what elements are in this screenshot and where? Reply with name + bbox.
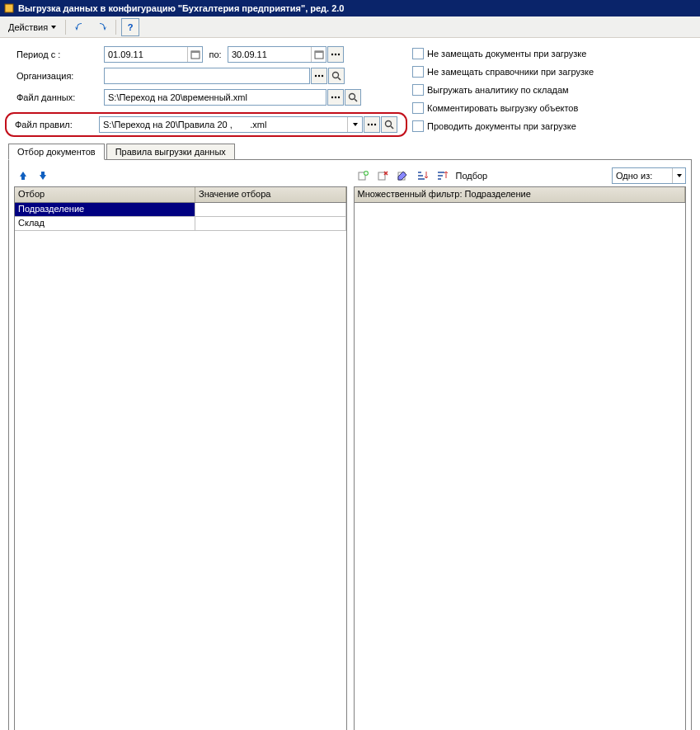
tab-strip: Отбор документов Правила выгрузки данных <box>8 142 692 160</box>
multi-filter-grid[interactable]: Множественный фильтр: Подразделение <box>354 186 687 730</box>
filter-mode-combo[interactable]: Одно из: <box>612 167 686 184</box>
period-to-label: по: <box>203 49 228 59</box>
rulesfile-browse-button[interactable] <box>364 116 380 133</box>
svg-rect-32 <box>438 175 443 177</box>
svg-point-8 <box>338 54 340 55</box>
option-comment-upload[interactable]: Комментировать выгрузку объектов <box>412 99 692 117</box>
toolbar-separator <box>65 20 66 35</box>
edit-item-button[interactable] <box>393 167 411 185</box>
svg-point-16 <box>338 97 340 98</box>
svg-point-15 <box>335 97 336 98</box>
col-multi-filter: Множественный фильтр: Подразделение <box>355 187 686 202</box>
datafile-input[interactable] <box>105 90 326 105</box>
option-upload-warehouse[interactable]: Выгружать аналитику по складам <box>412 81 692 99</box>
col-value: Значение отбора <box>195 187 346 202</box>
col-filter: Отбор <box>15 187 195 202</box>
svg-rect-3 <box>191 51 200 53</box>
sort-desc-button[interactable] <box>433 167 451 185</box>
table-row[interactable]: Подразделение <box>15 203 346 217</box>
rulesfile-dropdown-button[interactable] <box>347 117 362 132</box>
svg-point-7 <box>335 54 336 55</box>
period-row: Период с : по: <box>16 45 396 64</box>
option-no-replace-docs[interactable]: Не замещать документы при загрузке <box>412 45 692 63</box>
svg-rect-26 <box>378 172 385 180</box>
checkbox[interactable] <box>412 120 424 132</box>
undo-button[interactable] <box>71 18 89 36</box>
checkbox[interactable] <box>412 48 424 59</box>
svg-point-19 <box>368 124 369 125</box>
app-icon <box>3 2 15 14</box>
period-from-input[interactable] <box>105 47 187 62</box>
svg-point-6 <box>331 54 333 55</box>
tab-export-rules[interactable]: Правила выгрузки данных <box>106 144 235 159</box>
svg-point-12 <box>333 73 339 78</box>
rulesfile-input[interactable] <box>100 117 347 132</box>
sort-asc-button[interactable] <box>413 167 431 185</box>
checkbox[interactable] <box>412 66 424 78</box>
filter-grid[interactable]: Отбор Значение отбора Подразделение Скла… <box>14 186 347 730</box>
svg-point-22 <box>386 121 392 127</box>
organization-row: Организация: <box>16 66 396 86</box>
organization-label: Организация: <box>16 71 104 81</box>
svg-point-17 <box>350 94 355 100</box>
period-to-input[interactable] <box>228 47 311 62</box>
filter-grid-header: Отбор Значение отбора <box>15 187 346 203</box>
move-up-button[interactable] <box>14 167 32 185</box>
svg-line-13 <box>338 78 341 80</box>
rulesfile-search-button[interactable] <box>381 116 397 133</box>
period-to-field[interactable] <box>228 46 327 63</box>
datafile-search-button[interactable] <box>345 89 361 106</box>
move-down-button[interactable] <box>34 167 52 185</box>
svg-line-23 <box>391 126 393 129</box>
svg-point-11 <box>322 75 323 77</box>
table-row[interactable]: Склад <box>15 217 346 231</box>
window-title: Выгрузка данных в конфигурацию "Бухгалте… <box>18 3 344 13</box>
rulesfile-field[interactable] <box>99 116 363 133</box>
option-no-replace-refs[interactable]: Не замещать справочники при загрузке <box>412 63 692 81</box>
checkbox[interactable] <box>412 102 424 114</box>
filter-toolbar <box>14 165 347 186</box>
organization-select-button[interactable] <box>311 68 327 84</box>
period-from-label: Период с : <box>16 49 104 59</box>
svg-rect-28 <box>418 172 421 173</box>
podbor-label[interactable]: Подбор <box>456 171 488 181</box>
organization-search-button[interactable] <box>328 68 345 84</box>
organization-input[interactable] <box>105 68 309 83</box>
delete-item-button[interactable] <box>373 167 392 185</box>
period-picker-button[interactable] <box>327 46 344 63</box>
svg-rect-0 <box>5 4 13 12</box>
option-post-docs[interactable]: Проводить документы при загрузке <box>412 117 692 135</box>
filter-panel: Отбор Значение отбора Подразделение Скла… <box>14 165 347 730</box>
chevron-down-icon[interactable] <box>672 168 685 183</box>
tab-document-filter[interactable]: Отбор документов <box>8 144 105 160</box>
svg-rect-29 <box>418 175 423 177</box>
main-toolbar: Действия ? <box>0 16 700 38</box>
redo-button[interactable] <box>92 18 110 36</box>
calendar-icon[interactable] <box>311 47 326 62</box>
svg-rect-33 <box>438 178 441 180</box>
help-button[interactable]: ? <box>121 18 139 36</box>
rulesfile-row: Файл правил: <box>15 115 397 134</box>
svg-point-9 <box>315 75 317 77</box>
calendar-icon[interactable] <box>187 47 202 62</box>
actions-dropdown[interactable]: Действия <box>5 21 60 34</box>
multi-filter-grid-header: Множественный фильтр: Подразделение <box>355 187 686 203</box>
toolbar-separator <box>115 20 116 35</box>
datafile-field[interactable] <box>104 89 327 106</box>
rulesfile-label: Файл правил: <box>15 120 99 130</box>
add-item-button[interactable] <box>354 167 372 185</box>
datafile-row: Файл данных: <box>16 87 396 107</box>
multi-filter-toolbar: Подбор Одно из: <box>354 165 687 186</box>
svg-point-21 <box>374 124 376 125</box>
svg-point-14 <box>331 97 333 98</box>
svg-line-18 <box>355 99 357 101</box>
window-titlebar: Выгрузка данных в конфигурацию "Бухгалте… <box>0 0 700 16</box>
svg-text:?: ? <box>128 22 134 32</box>
organization-field[interactable] <box>104 68 310 84</box>
datafile-browse-button[interactable] <box>327 89 344 106</box>
svg-point-10 <box>318 75 320 77</box>
checkbox[interactable] <box>412 84 424 96</box>
period-from-field[interactable] <box>104 46 203 63</box>
datafile-label: Файл данных: <box>16 92 104 102</box>
svg-rect-30 <box>418 178 425 180</box>
